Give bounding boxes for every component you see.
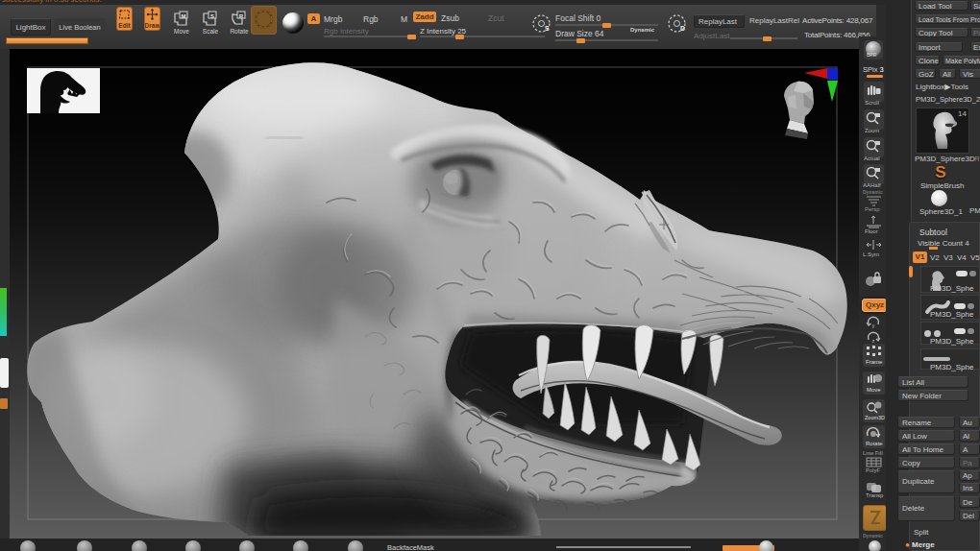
svg-text:y: y [872,323,875,328]
svg-text:D: D [680,25,685,32]
svg-text:S: S [935,163,945,180]
svg-text:Scale: Scale [203,28,219,35]
svg-text:M: M [182,13,186,19]
svg-text:Edit: Edit [118,22,131,29]
svg-text:Rotate: Rotate [230,28,249,35]
svg-text:R: R [239,13,244,19]
svg-text:S: S [545,25,550,32]
svg-text:S: S [210,13,214,19]
svg-text:Move: Move [174,28,189,35]
svg-text:Draw: Draw [145,22,159,29]
